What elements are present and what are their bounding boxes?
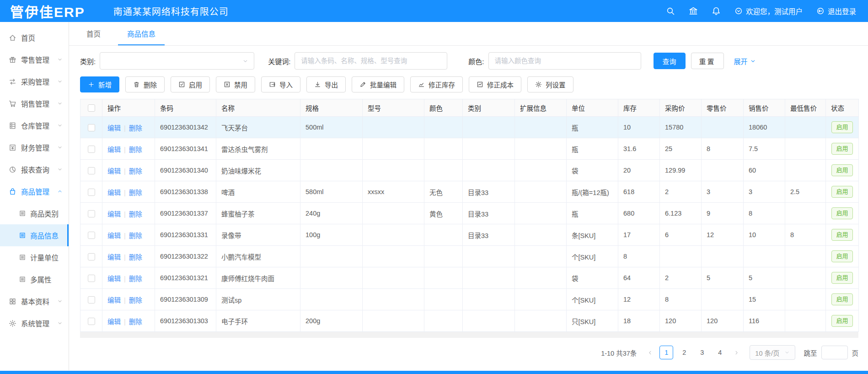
prev-page-button[interactable] — [644, 347, 655, 358]
row-checkbox[interactable] — [88, 232, 95, 239]
reset-button[interactable]: 重置 — [691, 53, 724, 69]
tab-home[interactable]: 首页 — [85, 28, 102, 45]
next-page-button[interactable] — [731, 347, 742, 358]
delete-link[interactable]: 删除 — [129, 189, 142, 196]
row-checkbox[interactable] — [88, 189, 95, 196]
column-header-9[interactable]: 库存 — [618, 99, 660, 117]
expand-link[interactable]: 展开 — [734, 56, 756, 66]
delete-link[interactable]: 删除 — [129, 232, 142, 239]
jump-page-input[interactable] — [821, 346, 848, 359]
delete-link[interactable]: 删除 — [129, 275, 142, 282]
sidebar-item-warehouse-mgmt[interactable]: 仓库管理 — [0, 114, 69, 136]
column-header-14[interactable]: 状态 — [826, 99, 859, 117]
page-button-2[interactable]: 2 — [677, 346, 691, 359]
tab-goods-info[interactable]: 商品信息 — [125, 28, 157, 45]
row-checkbox[interactable] — [88, 167, 95, 174]
select-all-checkbox[interactable] — [88, 104, 95, 112]
add-button[interactable]: 新增 — [80, 76, 119, 92]
sidebar-item-multi-attr[interactable]: 多属性 — [0, 268, 69, 290]
delete-button[interactable]: 删除 — [125, 76, 165, 92]
row-checkbox[interactable] — [88, 124, 95, 131]
edit-link[interactable]: 编辑 — [107, 232, 121, 239]
column-header-11[interactable]: 零售价 — [702, 99, 744, 117]
column-header-7[interactable]: 扩展信息 — [515, 99, 567, 117]
column-header-5[interactable]: 颜色 — [424, 99, 463, 117]
sidebar-item-purchase-mgmt[interactable]: 采购管理 — [0, 70, 69, 92]
batch-edit-button[interactable]: 批量编辑 — [352, 76, 404, 92]
sidebar-item-report-query[interactable]: 报表查询 — [0, 158, 69, 180]
column-header-13[interactable]: 最低售价 — [785, 99, 826, 117]
page-button-3[interactable]: 3 — [695, 346, 709, 359]
row-checkbox[interactable] — [88, 210, 95, 217]
sidebar-item-measure-unit[interactable]: 计量单位 — [0, 246, 69, 268]
table-scrollbar-track[interactable] — [80, 332, 858, 338]
edit-link[interactable]: 编辑 — [107, 189, 121, 196]
column-header-6[interactable]: 类别 — [463, 99, 515, 117]
enable-button[interactable]: 启用 — [171, 76, 210, 92]
edit-link[interactable]: 编辑 — [107, 125, 121, 132]
disable-button-label: 禁用 — [234, 80, 247, 89]
delete-link[interactable]: 删除 — [129, 297, 142, 304]
edit-link[interactable]: 编辑 — [107, 146, 121, 153]
sidebar-item-label: 基本资料 — [21, 296, 57, 306]
bank-icon[interactable] — [689, 6, 698, 16]
table-head: 操作条码名称规格型号颜色类别扩展信息单位库存采购价零售价销售价最低售价状态 — [80, 99, 859, 117]
edit-link[interactable]: 编辑 — [107, 275, 121, 282]
page-button-4[interactable]: 4 — [713, 346, 727, 359]
export-button[interactable]: 导出 — [306, 76, 346, 92]
sidebar-item-goods-mgmt[interactable]: 商品管理 — [0, 180, 69, 202]
edit-link[interactable]: 编辑 — [107, 211, 121, 218]
fix-cost-button[interactable]: 修正成本 — [469, 76, 521, 92]
column-header-2[interactable]: 名称 — [216, 99, 300, 117]
delete-link[interactable]: 删除 — [129, 254, 142, 261]
cell-retail_price — [702, 117, 744, 138]
cell-min_price — [785, 289, 826, 310]
delete-link[interactable]: 删除 — [129, 318, 142, 325]
search-button[interactable]: 查询 — [654, 53, 686, 69]
sidebar-item-system-mgmt[interactable]: 系统管理 — [0, 312, 69, 334]
column-header-10[interactable]: 采购价 — [660, 99, 702, 117]
logout-button[interactable]: 退出登录 — [816, 6, 856, 16]
row-checkbox[interactable] — [88, 275, 95, 282]
bell-icon[interactable] — [712, 6, 721, 16]
row-checkbox[interactable] — [88, 318, 95, 325]
edit-link[interactable]: 编辑 — [107, 168, 121, 175]
column-header-8[interactable]: 单位 — [567, 99, 618, 117]
import-button[interactable]: 导入 — [261, 76, 300, 92]
page-button-1[interactable]: 1 — [659, 346, 673, 359]
delete-link[interactable]: 删除 — [129, 125, 142, 132]
delete-link[interactable]: 删除 — [129, 168, 142, 175]
edit-link[interactable]: 编辑 — [107, 254, 121, 261]
check-square-icon — [178, 81, 185, 88]
page-size-select[interactable]: 10 条/页 — [750, 345, 795, 360]
delete-link[interactable]: 删除 — [129, 211, 142, 218]
cell-status: 启用 — [826, 246, 859, 267]
edit-link[interactable]: 编辑 — [107, 297, 121, 304]
edit-link[interactable]: 编辑 — [107, 318, 121, 325]
column-header-12[interactable]: 销售价 — [744, 99, 785, 117]
disable-button[interactable]: 禁用 — [216, 76, 255, 92]
welcome-user[interactable]: 欢迎您，测试用户 — [734, 6, 803, 16]
cell-stock: 17 — [618, 224, 660, 246]
sidebar-item-finance-mgmt[interactable]: 财务管理 — [0, 136, 69, 158]
color-input[interactable] — [488, 52, 641, 70]
column-header-3[interactable]: 规格 — [300, 99, 363, 117]
column-header-4[interactable]: 型号 — [363, 99, 424, 117]
sidebar-item-sales-mgmt[interactable]: 销售管理 — [0, 92, 69, 114]
column-header-1[interactable]: 条码 — [155, 99, 216, 117]
sidebar-item-goods-info[interactable]: 商品信息 — [0, 224, 69, 246]
sidebar-item-basic-data[interactable]: 基本资料 — [0, 290, 69, 312]
sidebar-item-home[interactable]: 首页 — [0, 27, 69, 49]
category-select[interactable] — [100, 52, 254, 70]
sidebar-item-retail-mgmt[interactable]: 零售管理 — [0, 49, 69, 70]
fix-stock-button[interactable]: 修正库存 — [410, 76, 463, 92]
delete-link[interactable]: 删除 — [129, 146, 142, 153]
column-settings-button[interactable]: 列设置 — [527, 76, 573, 92]
keyword-input[interactable] — [295, 52, 447, 70]
column-header-0[interactable]: 操作 — [102, 99, 155, 117]
row-checkbox[interactable] — [88, 146, 95, 153]
search-icon[interactable] — [666, 6, 675, 16]
row-checkbox[interactable] — [88, 296, 95, 304]
row-checkbox[interactable] — [88, 253, 95, 260]
sidebar-item-goods-category[interactable]: 商品类别 — [0, 202, 69, 224]
